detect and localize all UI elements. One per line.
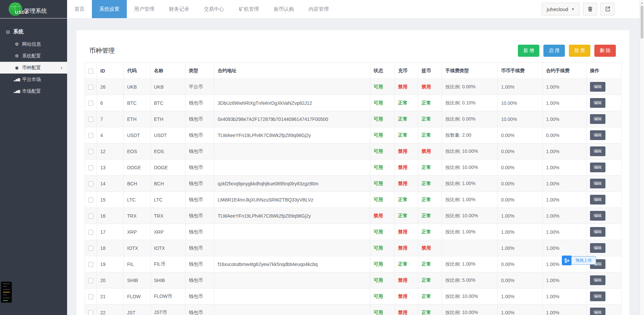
row-checkbox[interactable] — [88, 262, 93, 267]
nav-item-trade-center[interactable]: 交易中心 — [197, 0, 231, 18]
edit-button[interactable]: 编辑 — [590, 195, 605, 205]
scrollbar-thumb[interactable] — [641, 6, 643, 39]
row-checkbox[interactable] — [88, 165, 93, 170]
row-checkbox[interactable] — [88, 117, 93, 122]
cell-actions: 编辑 — [587, 272, 622, 288]
row-checkbox[interactable] — [88, 133, 93, 138]
cell-status: 可用 — [370, 160, 395, 176]
cell-contract-address: TLWAeeYFn19LPh4K7C8Wk2fpZ89q98Gj2y — [214, 208, 370, 224]
row-checkbox[interactable] — [88, 197, 93, 203]
edit-button[interactable]: 编辑 — [590, 114, 605, 124]
cell-name: BTC — [151, 95, 185, 111]
cell-contract-address — [214, 240, 370, 256]
nav-item-finance-records[interactable]: 财务记录 — [162, 0, 197, 18]
logout-icon — [604, 6, 610, 12]
cell-id: 21 — [97, 288, 124, 305]
table-row: 16TRXTRX钱包币TLWAeeYFn19LPh4K7C8Wk2fpZ89q9… — [85, 208, 622, 224]
trash-button[interactable] — [583, 3, 597, 15]
logout-button[interactable] — [600, 3, 614, 15]
cell-status: 可用 — [370, 176, 395, 192]
cell-withdraw: 正常 — [418, 95, 442, 111]
row-checkbox-cell — [85, 256, 97, 272]
cell-withdraw: 禁用 — [418, 79, 442, 95]
sidebar-item-label: 系统配置 — [22, 53, 41, 59]
enable-button[interactable]: 启 用 — [543, 45, 565, 57]
coin-table-body: 26UKBUKB平台币可用禁用禁用按比例: 0.00%1.00%1.00%编辑6… — [85, 79, 622, 315]
cell-id: 19 — [97, 256, 124, 272]
drag-upload-badge: 拖拽上传 — [562, 256, 596, 265]
row-checkbox[interactable] — [88, 310, 93, 315]
edit-button[interactable]: 编辑 — [590, 308, 605, 315]
edit-button[interactable]: 编辑 — [590, 163, 605, 172]
debug-console-button[interactable] — [1, 281, 12, 303]
edit-button[interactable]: 编辑 — [590, 243, 605, 253]
column-header: ID — [97, 63, 124, 79]
table-row: 20SHIBSHIB钱包币可用禁用正常按比例: 5.00%0.00%1.00%编… — [85, 272, 622, 288]
cell-contract-address: qzkf2fxnq9pnygkkdhqhj6ue0895rq0lry83zgz9… — [214, 176, 370, 192]
cell-actions: 编辑 — [587, 240, 622, 256]
nav-item-user-management[interactable]: 用户管理 — [127, 0, 162, 18]
row-checkbox[interactable] — [88, 278, 93, 283]
sidebar-item-platform-market[interactable]: ▂▅▇平台市场 — [0, 74, 67, 85]
select-all-checkbox[interactable] — [88, 69, 93, 74]
cell-deposit: 禁用 — [395, 224, 418, 240]
sidebar-item-label: 网站信息 — [22, 41, 41, 47]
chevron-down-icon: ▼ — [571, 7, 575, 11]
vertical-scrollbar[interactable]: ▲ — [640, 0, 644, 315]
delete-button[interactable]: 删 除 — [594, 45, 616, 57]
edit-button[interactable]: 编辑 — [590, 211, 605, 221]
disable-button[interactable]: 禁 用 — [569, 45, 590, 57]
row-checkbox[interactable] — [88, 246, 93, 251]
nav-item-content-management[interactable]: 内容管理 — [301, 0, 336, 18]
column-header: 合约手续费 — [543, 63, 587, 79]
cell-name: XRP — [151, 224, 185, 240]
cell-status: 可用 — [370, 111, 395, 127]
cell-status: 可用 — [370, 305, 395, 315]
sidebar-group-label: 系统 — [13, 29, 23, 35]
nav-item-system-settings[interactable]: 系统设置 — [92, 0, 127, 18]
sidebar-group-system[interactable]: ⊟ 系统 — [0, 29, 67, 35]
cell-contract-fee: 1.00% — [543, 240, 587, 256]
row-checkbox[interactable] — [88, 181, 93, 186]
content-card: 币种管理 新 增启 用禁 用删 除 ID代码名称类型合约地址状态充币提币手续费类… — [76, 30, 629, 315]
edit-button[interactable]: 编辑 — [590, 275, 605, 285]
edit-button[interactable]: 编辑 — [590, 130, 605, 140]
edit-button[interactable]: 编辑 — [590, 291, 605, 301]
row-checkbox[interactable] — [88, 230, 93, 235]
cell-withdraw: 正常 — [418, 111, 442, 127]
sidebar-item-website-info[interactable]: ⚙网站信息 — [0, 38, 67, 50]
nav-item-home[interactable]: 首页 — [67, 0, 92, 18]
cell-coin-fee: 1.00% — [498, 208, 543, 224]
row-checkbox[interactable] — [88, 101, 93, 106]
sidebar-items: ⚙网站信息⚙系统配置◉币种配置›▂▅▇平台市场▂▅▇市场配置 — [0, 38, 67, 97]
row-checkbox-cell — [85, 176, 97, 192]
row-checkbox[interactable] — [88, 214, 93, 219]
sidebar-item-system-config[interactable]: ⚙系统配置 — [0, 50, 67, 62]
nav-item-new-coin-subscribe[interactable]: 新币认购 — [266, 0, 301, 18]
row-checkbox[interactable] — [88, 294, 93, 299]
nav-item-miner-management[interactable]: 矿机管理 — [231, 0, 266, 18]
edit-button[interactable]: 编辑 — [590, 179, 605, 188]
row-checkbox[interactable] — [88, 149, 93, 154]
add-button[interactable]: 新 增 — [518, 45, 539, 57]
edit-button[interactable]: 编辑 — [590, 82, 605, 92]
edit-button[interactable]: 编辑 — [590, 98, 605, 108]
cell-withdraw: 正常 — [418, 272, 442, 288]
cell-withdraw: 正常 — [418, 127, 442, 143]
edit-button[interactable]: 编辑 — [590, 227, 605, 237]
table-row: 7ETHETH钱包币0x4093b298e7A2F172879b70144096… — [85, 111, 622, 127]
cell-coin-fee: 0.00% — [498, 256, 543, 272]
scroll-up-arrow-icon[interactable]: ▲ — [640, 0, 644, 4]
cell-code: XRP — [124, 224, 151, 240]
cell-deposit: 正常 — [395, 208, 418, 224]
cell-withdraw: 正常 — [418, 208, 442, 224]
cell-id: 17 — [97, 224, 124, 240]
edit-button[interactable]: 编辑 — [590, 146, 605, 156]
cell-contract-address — [214, 143, 370, 160]
row-checkbox[interactable] — [88, 85, 93, 90]
column-header: 类型 — [185, 63, 214, 79]
sidebar-item-coin-config[interactable]: ◉币种配置› — [0, 62, 67, 74]
sidebar-item-market-config[interactable]: ▂▅▇市场配置 — [0, 85, 67, 97]
cell-id: 6 — [97, 95, 124, 111]
user-dropdown[interactable]: juhecloud ▼ — [542, 3, 580, 15]
